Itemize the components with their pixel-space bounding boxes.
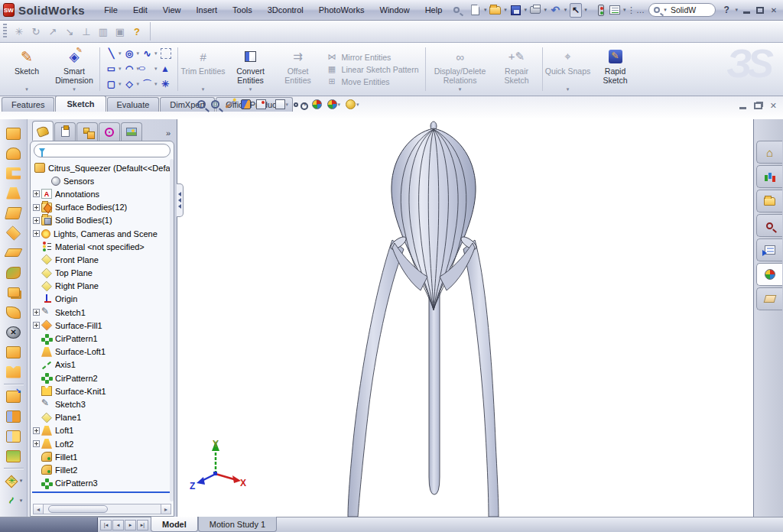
display-style-button[interactable]: ▾: [275, 99, 289, 109]
tab-featuremanager-design-tree[interactable]: [32, 121, 54, 141]
spline-tool[interactable]: ∿: [141, 47, 154, 60]
search-box[interactable]: ▾ SolidW: [648, 3, 716, 17]
convert-entities-button[interactable]: Convert Entities ▾: [227, 44, 275, 94]
mirror-entities-button[interactable]: ⋈ Mirror Entities: [327, 52, 419, 62]
print-button[interactable]: [529, 3, 541, 18]
trim-dropdown-caret[interactable]: ▾: [202, 86, 205, 94]
panel-overflow-button[interactable]: »: [166, 128, 175, 141]
extend-surface-button[interactable]: [6, 388, 21, 404]
section-view-button[interactable]: [241, 99, 251, 109]
help-tool-icon[interactable]: ?: [128, 23, 145, 40]
scroll-left-arrow[interactable]: ◂: [34, 504, 44, 514]
tree-root[interactable]: Citrus_Squeezer (Default<<Defa: [32, 161, 174, 174]
line-caret[interactable]: ▾: [119, 50, 122, 57]
menu-search-icon[interactable]: [450, 3, 463, 18]
knit-surface-button[interactable]: [6, 364, 21, 380]
tree-item-lights[interactable]: Lights, Cameras and Scene: [32, 227, 174, 240]
slot-caret[interactable]: ▾: [119, 81, 122, 87]
tab-file-explorer[interactable]: [756, 190, 782, 212]
curves-caret[interactable]: ▾: [20, 478, 23, 484]
planar-surface-button[interactable]: [6, 245, 21, 261]
tree-item-surface-knit1[interactable]: Surface-Knit1: [32, 384, 174, 397]
repair-sketch-button[interactable]: +✎ Repair Sketch: [493, 44, 541, 94]
tab-configurationmanager[interactable]: [76, 122, 98, 141]
spline-caret[interactable]: ▾: [154, 50, 158, 57]
ellipse-tool[interactable]: ○: [138, 63, 157, 76]
block-tool-icon[interactable]: ▣: [112, 23, 128, 40]
menu-window[interactable]: Window: [373, 2, 417, 18]
perpendicular-tool-icon[interactable]: ⊥: [78, 23, 95, 40]
polygon-caret[interactable]: ▾: [137, 81, 140, 87]
lofted-surface-button[interactable]: [6, 185, 21, 201]
tree-item-plane1[interactable]: Plane1: [32, 411, 174, 424]
scroll-thumb[interactable]: [48, 505, 108, 513]
tree-item-right-plane[interactable]: Right Plane: [32, 280, 174, 293]
select-cursor-button[interactable]: ↖: [570, 3, 582, 18]
view-settings-button[interactable]: ▾: [346, 99, 359, 109]
pattern-tool-icon[interactable]: ▥: [95, 23, 112, 40]
tree-item-fillet2[interactable]: Fillet2: [32, 463, 174, 476]
tab-search[interactable]: [756, 214, 782, 237]
nav-first-button[interactable]: |◂: [100, 520, 112, 530]
tab-propertymanager[interactable]: [54, 122, 76, 141]
view-orientation-caret[interactable]: ▾: [267, 102, 270, 108]
document-minimize-button[interactable]: [739, 103, 746, 109]
nav-prev-button[interactable]: ◂: [112, 520, 124, 530]
text-tool[interactable]: ▲: [159, 63, 172, 76]
rapid-sketch-button[interactable]: Rapid Sketch: [592, 44, 639, 94]
toolbar-overflow-button[interactable]: ⋮…: [629, 3, 644, 18]
display-delete-caret[interactable]: ▾: [459, 86, 462, 94]
graphics-viewport[interactable]: Y X Z: [177, 119, 753, 517]
new-document-button[interactable]: [469, 3, 482, 18]
apply-scene-caret[interactable]: ▾: [338, 102, 341, 108]
rectangle-tool[interactable]: ▭: [105, 63, 118, 76]
tab-evaluate[interactable]: Evaluate: [107, 97, 160, 112]
scroll-right-arrow[interactable]: ▸: [161, 504, 171, 514]
tree-item-cirpattern2[interactable]: CirPattern2: [32, 371, 174, 384]
menu-file[interactable]: File: [97, 2, 125, 18]
view-settings-caret[interactable]: ▾: [356, 102, 359, 108]
tab-dimxpertmanager[interactable]: [99, 122, 120, 141]
delete-face-button[interactable]: [6, 324, 21, 340]
tree-item-cirpattern3[interactable]: CirPattern3: [32, 477, 174, 490]
menu-view[interactable]: View: [156, 2, 188, 18]
expand-box[interactable]: [33, 440, 40, 447]
tree-item-origin[interactable]: Origin: [32, 293, 174, 306]
linear-sketch-pattern-button[interactable]: ▦ Linear Sketch Pattern: [327, 64, 419, 74]
point-tool[interactable]: ✳: [159, 78, 172, 91]
boundary-surface-button[interactable]: [6, 205, 21, 221]
rollback-bar[interactable]: [32, 491, 172, 493]
tree-item-fillet1[interactable]: Fillet1: [32, 450, 174, 463]
convert-dropdown-caret[interactable]: ▾: [249, 86, 252, 94]
options-button[interactable]: [609, 3, 621, 18]
tree-item-sensors[interactable]: Sensors: [32, 174, 174, 187]
tab-custom-properties[interactable]: [756, 287, 782, 310]
tree-item-sketch3[interactable]: Sketch3: [32, 397, 174, 410]
polygon-tool[interactable]: ◇: [123, 78, 136, 91]
tab-model[interactable]: Model: [151, 517, 198, 532]
search-scope-caret[interactable]: ▾: [662, 7, 668, 13]
menu-help[interactable]: Help: [418, 2, 450, 18]
document-restore-button[interactable]: [754, 102, 762, 109]
sketch-button[interactable]: ✎ Sketch ▾: [3, 44, 50, 94]
apply-scene-button[interactable]: ▾: [327, 99, 341, 109]
expand-box[interactable]: [33, 217, 40, 224]
undo-button[interactable]: ↶: [549, 3, 561, 18]
fillet-caret[interactable]: ▾: [154, 81, 158, 87]
tree-item-surface-bodies[interactable]: Surface Bodies(12): [32, 201, 174, 214]
tree-item-annotations[interactable]: Annotations: [32, 187, 174, 200]
point-tool-icon[interactable]: ✳: [11, 23, 28, 40]
document-close-button[interactable]: ✕: [770, 101, 777, 111]
tab-design-library[interactable]: [756, 165, 782, 188]
tree-item-solid-bodies[interactable]: Solid Bodies(1): [32, 214, 174, 227]
tab-solidworks-resources[interactable]: ⌂: [756, 141, 782, 164]
tree-horizontal-scrollbar[interactable]: ◂ ▸: [33, 504, 171, 514]
help-button[interactable]: ?: [720, 3, 733, 18]
ruled-surface-button[interactable]: [6, 304, 21, 320]
tree-item-surface-fill1[interactable]: Surface-Fill1: [32, 319, 174, 332]
tree-item-cirpattern1[interactable]: CirPattern1: [32, 332, 174, 345]
box-select-tool[interactable]: [161, 48, 171, 59]
arrow-se-tool-icon[interactable]: ↘: [61, 23, 78, 40]
trim-entities-button[interactable]: # Trim Entities ▾: [180, 44, 227, 94]
menu-3dcontrol[interactable]: 3Dcontrol: [261, 2, 310, 18]
